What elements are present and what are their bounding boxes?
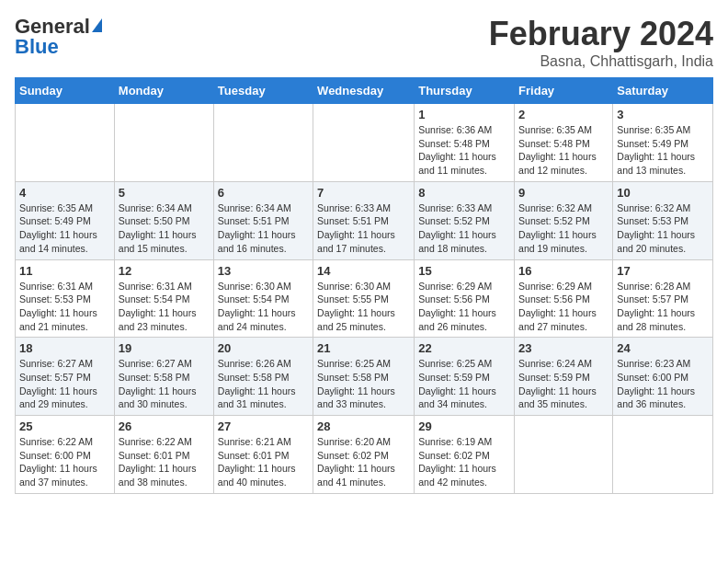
calendar-cell: 14Sunrise: 6:30 AMSunset: 5:55 PMDayligh… <box>313 259 415 338</box>
day-info: Sunrise: 6:25 AMSunset: 5:59 PMDaylight:… <box>418 357 510 411</box>
calendar-cell: 5Sunrise: 6:34 AMSunset: 5:50 PMDaylight… <box>114 181 213 259</box>
day-number: 2 <box>518 108 609 121</box>
calendar-cell <box>114 104 213 182</box>
logo-triangle-icon <box>92 18 102 32</box>
day-number: 16 <box>518 264 609 278</box>
day-number: 29 <box>418 419 510 433</box>
day-number: 18 <box>19 341 110 355</box>
day-number: 9 <box>518 186 609 200</box>
column-header-friday: Friday <box>515 78 613 104</box>
day-number: 10 <box>617 186 709 200</box>
day-info: Sunrise: 6:27 AMSunset: 5:57 PMDaylight:… <box>19 357 110 411</box>
calendar-week-row: 18Sunrise: 6:27 AMSunset: 5:57 PMDayligh… <box>16 338 713 416</box>
day-info: Sunrise: 6:22 AMSunset: 6:01 PMDaylight:… <box>119 435 210 489</box>
day-number: 20 <box>218 341 309 355</box>
day-number: 23 <box>518 341 609 355</box>
calendar-cell: 12Sunrise: 6:31 AMSunset: 5:54 PMDayligh… <box>114 259 213 338</box>
calendar-cell: 27Sunrise: 6:21 AMSunset: 6:01 PMDayligh… <box>213 416 313 494</box>
day-info: Sunrise: 6:22 AMSunset: 6:00 PMDaylight:… <box>19 435 110 489</box>
day-info: Sunrise: 6:23 AMSunset: 6:00 PMDaylight:… <box>617 357 709 411</box>
calendar-week-row: 1Sunrise: 6:36 AMSunset: 5:48 PMDaylight… <box>16 104 713 182</box>
day-info: Sunrise: 6:21 AMSunset: 6:01 PMDaylight:… <box>218 435 309 489</box>
day-number: 28 <box>317 419 410 433</box>
calendar-week-row: 4Sunrise: 6:35 AMSunset: 5:49 PMDaylight… <box>16 181 713 259</box>
calendar-cell: 4Sunrise: 6:35 AMSunset: 5:49 PMDaylight… <box>16 181 115 259</box>
calendar-subtitle: Basna, Chhattisgarh, India <box>489 53 713 70</box>
day-info: Sunrise: 6:33 AMSunset: 5:52 PMDaylight:… <box>418 201 510 256</box>
calendar-cell: 28Sunrise: 6:20 AMSunset: 6:02 PMDayligh… <box>313 416 415 494</box>
calendar-header-row: SundayMondayTuesdayWednesdayThursdayFrid… <box>16 78 713 104</box>
calendar-cell: 18Sunrise: 6:27 AMSunset: 5:57 PMDayligh… <box>16 338 115 416</box>
calendar-cell: 24Sunrise: 6:23 AMSunset: 6:00 PMDayligh… <box>613 338 713 416</box>
calendar-cell: 6Sunrise: 6:34 AMSunset: 5:51 PMDaylight… <box>213 181 313 259</box>
column-header-thursday: Thursday <box>415 78 515 104</box>
day-number: 26 <box>119 419 210 433</box>
day-number: 8 <box>418 186 510 200</box>
calendar-cell: 13Sunrise: 6:30 AMSunset: 5:54 PMDayligh… <box>213 259 313 338</box>
day-info: Sunrise: 6:35 AMSunset: 5:49 PMDaylight:… <box>19 201 110 256</box>
calendar-cell: 11Sunrise: 6:31 AMSunset: 5:53 PMDayligh… <box>16 259 115 338</box>
day-info: Sunrise: 6:36 AMSunset: 5:48 PMDaylight:… <box>418 123 510 178</box>
day-info: Sunrise: 6:31 AMSunset: 5:53 PMDaylight:… <box>19 280 110 334</box>
calendar-cell <box>16 104 115 182</box>
day-info: Sunrise: 6:29 AMSunset: 5:56 PMDaylight:… <box>418 280 510 334</box>
header: General Blue February 2024 Basna, Chhatt… <box>15 15 713 70</box>
day-number: 6 <box>218 186 309 200</box>
column-header-saturday: Saturday <box>613 78 713 104</box>
day-number: 13 <box>218 264 309 278</box>
calendar-cell: 10Sunrise: 6:32 AMSunset: 5:53 PMDayligh… <box>613 181 713 259</box>
column-header-monday: Monday <box>114 78 213 104</box>
calendar-cell: 20Sunrise: 6:26 AMSunset: 5:58 PMDayligh… <box>213 338 313 416</box>
calendar-cell: 22Sunrise: 6:25 AMSunset: 5:59 PMDayligh… <box>415 338 515 416</box>
day-info: Sunrise: 6:27 AMSunset: 5:58 PMDaylight:… <box>119 357 210 411</box>
calendar-cell <box>613 416 713 494</box>
calendar-cell: 1Sunrise: 6:36 AMSunset: 5:48 PMDaylight… <box>415 104 515 182</box>
day-number: 3 <box>617 108 709 121</box>
calendar-cell: 17Sunrise: 6:28 AMSunset: 5:57 PMDayligh… <box>613 259 713 338</box>
day-number: 22 <box>418 341 510 355</box>
day-number: 25 <box>19 419 110 433</box>
day-info: Sunrise: 6:26 AMSunset: 5:58 PMDaylight:… <box>218 357 309 411</box>
calendar-cell <box>313 104 415 182</box>
calendar-cell: 8Sunrise: 6:33 AMSunset: 5:52 PMDaylight… <box>415 181 515 259</box>
day-info: Sunrise: 6:20 AMSunset: 6:02 PMDaylight:… <box>317 435 410 489</box>
day-number: 27 <box>218 419 309 433</box>
day-info: Sunrise: 6:34 AMSunset: 5:51 PMDaylight:… <box>218 201 309 256</box>
day-info: Sunrise: 6:28 AMSunset: 5:57 PMDaylight:… <box>617 280 709 334</box>
day-info: Sunrise: 6:30 AMSunset: 5:55 PMDaylight:… <box>317 280 410 334</box>
day-number: 21 <box>317 341 410 355</box>
calendar-cell: 2Sunrise: 6:35 AMSunset: 5:48 PMDaylight… <box>515 104 613 182</box>
day-info: Sunrise: 6:29 AMSunset: 5:56 PMDaylight:… <box>518 280 609 334</box>
day-number: 1 <box>418 108 510 121</box>
calendar-title: February 2024 <box>489 15 713 53</box>
day-number: 19 <box>119 341 210 355</box>
day-info: Sunrise: 6:31 AMSunset: 5:54 PMDaylight:… <box>119 280 210 334</box>
calendar-cell: 7Sunrise: 6:33 AMSunset: 5:51 PMDaylight… <box>313 181 415 259</box>
title-area: February 2024 Basna, Chhattisgarh, India <box>489 15 713 70</box>
calendar-cell: 16Sunrise: 6:29 AMSunset: 5:56 PMDayligh… <box>515 259 613 338</box>
calendar-cell: 29Sunrise: 6:19 AMSunset: 6:02 PMDayligh… <box>415 416 515 494</box>
calendar-cell: 19Sunrise: 6:27 AMSunset: 5:58 PMDayligh… <box>114 338 213 416</box>
day-info: Sunrise: 6:34 AMSunset: 5:50 PMDaylight:… <box>119 201 210 256</box>
day-info: Sunrise: 6:30 AMSunset: 5:54 PMDaylight:… <box>218 280 309 334</box>
calendar-cell <box>213 104 313 182</box>
column-header-wednesday: Wednesday <box>313 78 415 104</box>
logo-blue-text: Blue <box>15 35 59 59</box>
calendar-cell: 25Sunrise: 6:22 AMSunset: 6:00 PMDayligh… <box>16 416 115 494</box>
day-info: Sunrise: 6:35 AMSunset: 5:49 PMDaylight:… <box>617 123 709 178</box>
day-info: Sunrise: 6:35 AMSunset: 5:48 PMDaylight:… <box>518 123 609 178</box>
day-number: 15 <box>418 264 510 278</box>
calendar-cell: 3Sunrise: 6:35 AMSunset: 5:49 PMDaylight… <box>613 104 713 182</box>
calendar-table: SundayMondayTuesdayWednesdayThursdayFrid… <box>15 77 713 494</box>
column-header-sunday: Sunday <box>16 78 115 104</box>
day-info: Sunrise: 6:33 AMSunset: 5:51 PMDaylight:… <box>317 201 410 256</box>
column-header-tuesday: Tuesday <box>213 78 313 104</box>
day-info: Sunrise: 6:32 AMSunset: 5:52 PMDaylight:… <box>518 201 609 256</box>
calendar-cell: 9Sunrise: 6:32 AMSunset: 5:52 PMDaylight… <box>515 181 613 259</box>
calendar-cell <box>515 416 613 494</box>
calendar-week-row: 11Sunrise: 6:31 AMSunset: 5:53 PMDayligh… <box>16 259 713 338</box>
day-number: 24 <box>617 341 709 355</box>
day-info: Sunrise: 6:19 AMSunset: 6:02 PMDaylight:… <box>418 435 510 489</box>
day-info: Sunrise: 6:24 AMSunset: 5:59 PMDaylight:… <box>518 357 609 411</box>
calendar-cell: 15Sunrise: 6:29 AMSunset: 5:56 PMDayligh… <box>415 259 515 338</box>
